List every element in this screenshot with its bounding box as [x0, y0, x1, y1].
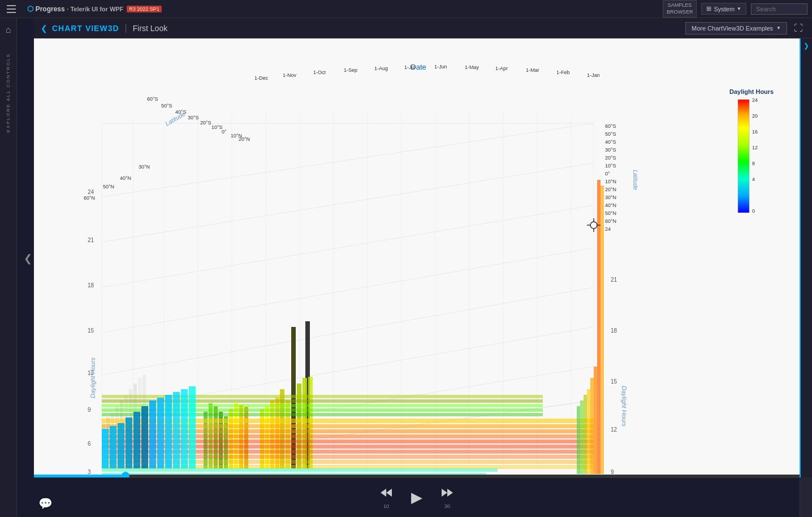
version-badge: R3 2022 SP1: [127, 6, 162, 12]
fullscreen-button[interactable]: ⛶: [792, 21, 805, 36]
rewind-button[interactable]: 10 10: [378, 486, 394, 509]
svg-rect-145: [580, 400, 584, 474]
svg-rect-142: [181, 389, 188, 468]
svg-text:60°N: 60°N: [84, 195, 95, 201]
svg-rect-144: [577, 406, 580, 474]
svg-rect-132: [102, 429, 109, 468]
svg-text:21: 21: [611, 277, 617, 283]
svg-text:50°N: 50°N: [605, 210, 616, 216]
topbar: ⬡ Progress · Telerik UI for WPF R3 2022 …: [0, 0, 812, 18]
svg-text:30°N: 30°N: [139, 164, 150, 170]
svg-rect-149: [594, 367, 597, 474]
svg-text:6: 6: [88, 441, 91, 447]
tooltip-panel: ❯: [800, 38, 812, 477]
svg-rect-129: [102, 468, 498, 472]
svg-text:0°: 0°: [605, 171, 610, 176]
svg-rect-133: [110, 426, 116, 468]
svg-text:1-Nov: 1-Nov: [283, 72, 297, 78]
svg-rect-106: [260, 409, 264, 468]
rewind-label: 10: [383, 503, 389, 509]
back-button[interactable]: ❮: [41, 24, 47, 33]
tooltip-collapse-icon[interactable]: ❯: [804, 42, 809, 50]
svg-text:Daylight Hours: Daylight Hours: [621, 386, 628, 427]
svg-text:50°S: 50°S: [161, 103, 172, 109]
logo: ⬡ Progress · Telerik UI for WPF R3 2022 …: [23, 5, 166, 13]
dropdown-chevron-icon: ▼: [776, 25, 781, 31]
svg-rect-0: [7, 5, 16, 6]
svg-text:24: 24: [88, 189, 94, 195]
samples-browser-btn[interactable]: SAMPLES BROWSER: [663, 0, 697, 18]
svg-rect-138: [149, 400, 156, 468]
svg-text:15: 15: [88, 328, 94, 334]
svg-text:60°S: 60°S: [147, 96, 158, 102]
svg-text:10: 10: [383, 498, 388, 499]
search-input[interactable]: [751, 3, 807, 15]
svg-rect-137: [141, 406, 148, 468]
collapse-arrow[interactable]: ❮: [24, 252, 32, 265]
svg-text:50°S: 50°S: [605, 131, 616, 137]
svg-text:60°N: 60°N: [605, 218, 616, 224]
svg-text:20°N: 20°N: [605, 187, 616, 192]
svg-text:1-Jun: 1-Jun: [434, 64, 447, 70]
svg-text:30°S: 30°S: [605, 147, 616, 153]
svg-rect-140: [165, 395, 172, 468]
svg-text:1-Mar: 1-Mar: [526, 67, 539, 73]
system-dropdown[interactable]: ⊞ System ▼: [701, 3, 746, 15]
svg-text:30°N: 30°N: [605, 195, 616, 200]
svg-rect-1: [7, 8, 16, 10]
svg-text:30°S: 30°S: [188, 115, 199, 120]
svg-rect-146: [584, 395, 587, 474]
chat-icon[interactable]: 💬: [38, 497, 53, 510]
svg-text:50°N: 50°N: [103, 184, 114, 189]
system-icon: ⊞: [706, 5, 711, 12]
svg-rect-143: [189, 386, 196, 468]
svg-text:18: 18: [611, 328, 617, 334]
chart-title: CHART VIEW3D: [52, 24, 119, 33]
svg-text:24: 24: [752, 97, 758, 103]
svg-rect-141: [173, 392, 180, 468]
play-icon: ▶: [411, 489, 422, 506]
top-right-controls: SAMPLES BROWSER ⊞ System ▼: [663, 0, 807, 18]
forward-icon: [439, 486, 455, 502]
forward-button[interactable]: 30: [439, 486, 455, 509]
title-separator: |: [125, 23, 127, 33]
svg-rect-158: [738, 100, 749, 213]
forward-label: 30: [444, 503, 450, 509]
menu-icon[interactable]: [0, 0, 23, 18]
svg-text:20°S: 20°S: [605, 155, 616, 161]
svg-rect-134: [118, 423, 124, 468]
svg-rect-147: [587, 389, 590, 474]
chart-svg: Date 1-Dec 1-Nov 1-Oct 1-Sep 1-Aug 1-Jul…: [34, 38, 800, 477]
svg-text:10°S: 10°S: [605, 163, 616, 169]
svg-text:1-Apr: 1-Apr: [495, 66, 508, 71]
svg-text:1-May: 1-May: [465, 64, 480, 70]
svg-rect-135: [126, 417, 132, 468]
more-examples-dropdown[interactable]: More ChartView3D Examples ▼: [685, 22, 787, 35]
svg-text:4: 4: [752, 176, 755, 182]
svg-text:9: 9: [88, 407, 91, 413]
home-icon[interactable]: ⌂: [6, 18, 11, 42]
svg-text:Daylight Hours: Daylight Hours: [89, 357, 96, 398]
svg-text:20°N: 20°N: [239, 136, 250, 142]
svg-text:Daylight Hours: Daylight Hours: [729, 88, 774, 95]
svg-rect-151: [601, 186, 604, 474]
svg-text:0: 0: [752, 208, 755, 214]
svg-text:24: 24: [605, 226, 611, 232]
svg-text:12: 12: [611, 426, 617, 433]
svg-text:1-Oct: 1-Oct: [313, 70, 326, 75]
logo-text: Progress: [36, 5, 65, 13]
svg-text:40°N: 40°N: [605, 203, 616, 208]
play-button[interactable]: ▶: [411, 489, 422, 506]
chart-area: Date 1-Dec 1-Nov 1-Oct 1-Sep 1-Aug 1-Jul…: [34, 38, 800, 477]
svg-text:12: 12: [752, 145, 758, 150]
svg-rect-2: [7, 12, 16, 13]
left-sidebar: ⌂ EXPLORE ALL CONTROLS: [0, 18, 17, 517]
svg-text:Latitude: Latitude: [632, 170, 638, 190]
svg-text:60°S: 60°S: [605, 123, 616, 129]
svg-text:21: 21: [88, 237, 94, 243]
system-label: System: [714, 6, 735, 12]
svg-text:18: 18: [88, 282, 94, 288]
svg-text:20°S: 20°S: [200, 120, 211, 126]
svg-text:1-Feb: 1-Feb: [556, 70, 570, 75]
dropdown-label: More ChartView3D Examples: [692, 25, 773, 32]
